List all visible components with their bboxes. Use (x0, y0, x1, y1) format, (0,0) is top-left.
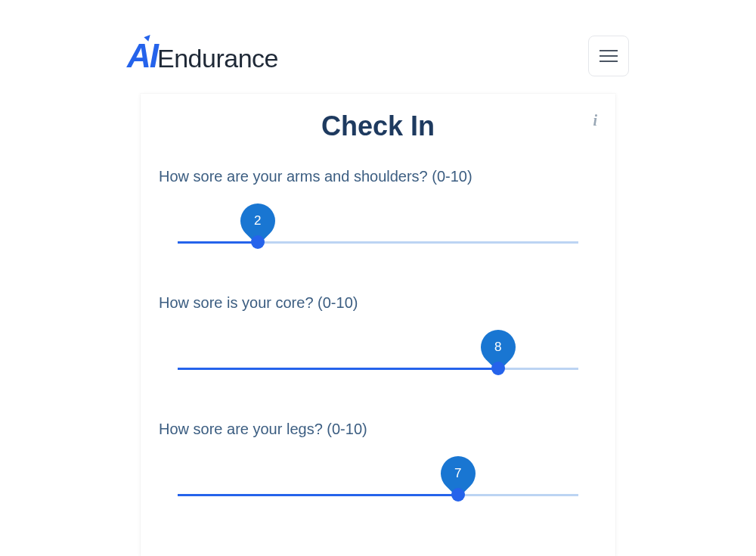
slider-fill (178, 368, 498, 370)
question-label: How sore are your arms and shoulders? (0… (159, 168, 597, 185)
menu-button[interactable] (588, 36, 629, 76)
soreness-slider-core[interactable]: 8 (178, 354, 578, 384)
check-in-panel: Check In i How sore are your arms and sh… (141, 94, 615, 556)
brand-text: Endurance (157, 44, 278, 73)
question-core: How sore is your core? (0-10) 8 (159, 294, 597, 384)
slider-fill (178, 241, 258, 244)
slider-thumb[interactable] (451, 488, 465, 502)
question-arms: How sore are your arms and shoulders? (0… (159, 168, 597, 258)
question-label: How sore are your legs? (0-10) (159, 421, 597, 438)
soreness-slider-legs[interactable]: 7 (178, 480, 578, 511)
header: AI Endurance (0, 33, 756, 79)
brand-logo[interactable]: AI Endurance (127, 37, 278, 75)
panel-title-row: Check In i (159, 110, 597, 142)
question-legs: How sore are your legs? (0-10) 7 (159, 421, 597, 511)
info-icon[interactable]: i (593, 112, 597, 129)
slider-thumb[interactable] (251, 235, 265, 249)
soreness-slider-arms[interactable]: 2 (178, 228, 578, 258)
question-label: How sore is your core? (0-10) (159, 294, 597, 312)
slider-fill (178, 494, 458, 496)
hamburger-icon (600, 50, 618, 62)
slider-thumb[interactable] (491, 362, 505, 375)
panel-title: Check In (321, 110, 435, 142)
app-frame: AI Endurance Check In i How sore are you… (0, 0, 756, 556)
brand-mark: AI (127, 37, 157, 75)
